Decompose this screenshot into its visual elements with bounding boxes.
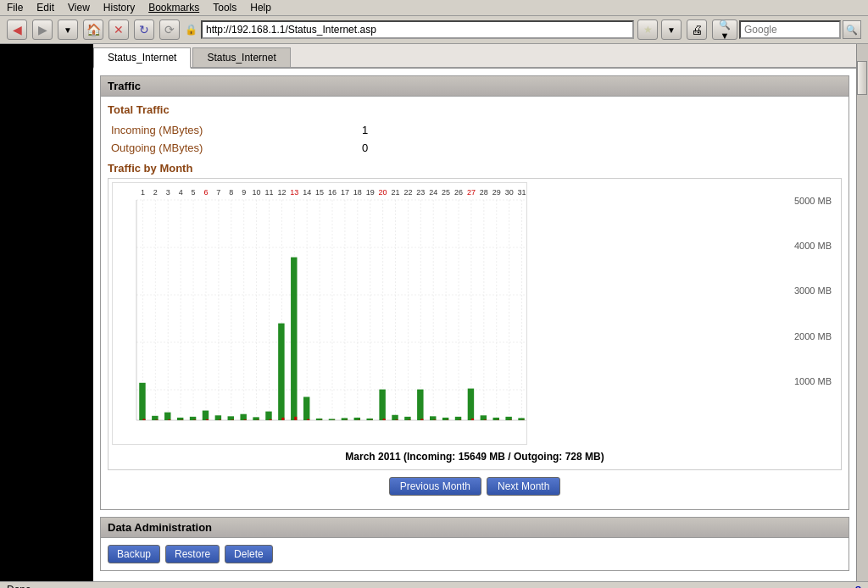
svg-rect-69 [329, 419, 335, 420]
reload-button[interactable]: ⟳ [159, 19, 180, 40]
svg-rect-73 [342, 418, 348, 420]
delete-button[interactable]: Delete [225, 545, 273, 563]
restore-button[interactable]: Restore [165, 545, 220, 563]
status-right: S [855, 585, 861, 588]
svg-text:19: 19 [366, 188, 375, 197]
svg-text:24: 24 [429, 188, 437, 197]
svg-text:25: 25 [442, 188, 450, 197]
button-row: Previous Month Next Month [108, 470, 842, 502]
svg-rect-117 [481, 415, 487, 420]
svg-rect-89 [392, 415, 398, 420]
svg-rect-41 [240, 414, 246, 420]
menu-bookmarks[interactable]: Bookmarks [148, 2, 199, 14]
menu-bar: File Edit View History Bookmarks Tools H… [0, 0, 868, 16]
menu-file[interactable]: File [7, 2, 23, 14]
tab-bar: Status_Internet Status_Internet [93, 44, 856, 69]
menu-tools[interactable]: Tools [213, 2, 236, 14]
data-admin-content: Backup Restore Delete [100, 538, 849, 571]
browser-chrome: File Edit View History Bookmarks Tools H… [0, 0, 868, 44]
svg-text:26: 26 [454, 188, 463, 197]
back-button[interactable]: ◀ [7, 19, 27, 40]
svg-rect-105 [442, 418, 448, 420]
svg-rect-129 [518, 418, 524, 420]
svg-rect-9 [139, 383, 145, 420]
traffic-section: Traffic Total Traffic Incoming (MBytes) … [100, 75, 849, 510]
backup-button[interactable]: Backup [108, 545, 160, 563]
svg-text:18: 18 [353, 188, 362, 197]
svg-rect-98 [420, 419, 423, 420]
svg-text:1: 1 [141, 188, 145, 197]
y-label-2000: 2000 MB [794, 331, 837, 341]
traffic-table: Incoming (MBytes) 1 Outgoing (MBytes) 0 [108, 121, 842, 157]
svg-text:4: 4 [179, 188, 183, 197]
svg-rect-62 [307, 419, 309, 420]
star-dropdown[interactable]: ▼ [661, 19, 682, 40]
svg-text:3: 3 [166, 188, 170, 197]
menu-history[interactable]: History [103, 2, 135, 14]
menu-edit[interactable]: Edit [36, 2, 54, 14]
forward-button[interactable]: ▶ [32, 19, 53, 40]
svg-rect-77 [354, 418, 360, 420]
tab-status-internet-2[interactable]: Status_Internet [192, 47, 290, 67]
search-go-button[interactable]: 🔍 [843, 20, 861, 39]
data-admin-header: Data Administration [100, 517, 849, 538]
stop-button[interactable]: ✕ [108, 19, 129, 40]
bookmark-star[interactable]: ★ [637, 19, 658, 40]
svg-rect-81 [366, 419, 372, 420]
status-bar: Done S [0, 581, 868, 588]
print-button[interactable]: 🖨 [687, 19, 707, 40]
previous-month-button[interactable]: Previous Month [389, 477, 481, 496]
svg-text:8: 8 [229, 188, 233, 197]
svg-rect-93 [404, 417, 410, 420]
svg-rect-53 [278, 324, 284, 420]
svg-text:23: 23 [416, 188, 425, 197]
security-icon: 🔒 [185, 24, 198, 36]
svg-text:10: 10 [253, 188, 261, 197]
incoming-value: 1 [277, 121, 842, 139]
y-label-1000: 1000 MB [794, 376, 837, 386]
svg-rect-21 [177, 418, 183, 420]
svg-rect-90 [396, 419, 398, 420]
svg-rect-54 [281, 418, 284, 420]
svg-rect-50 [269, 419, 271, 420]
traffic-by-month-header: Traffic by Month [108, 157, 842, 178]
svg-text:28: 28 [480, 188, 488, 197]
svg-text:2: 2 [153, 188, 158, 197]
svg-text:12: 12 [277, 188, 286, 197]
menu-view[interactable]: View [68, 2, 90, 14]
data-admin-section: Data Administration Backup Restore Delet… [100, 517, 849, 571]
svg-rect-114 [471, 419, 474, 420]
next-month-button[interactable]: Next Month [487, 477, 560, 496]
svg-text:16: 16 [328, 188, 337, 197]
svg-rect-49 [265, 412, 271, 420]
search-engine-icon[interactable]: 🔍▼ [712, 19, 737, 40]
svg-rect-97 [417, 390, 423, 420]
tab-status-internet-1[interactable]: Status_Internet [93, 47, 191, 69]
scrollbar-track[interactable] [856, 44, 868, 581]
svg-text:17: 17 [341, 188, 349, 197]
svg-rect-37 [228, 416, 234, 420]
toolbar: ◀ ▶ ▼ 🏠 ✕ ↻ ⟳ 🔒 ★ ▼ 🖨 🔍▼ 🔍 [0, 16, 868, 44]
y-label-3000: 3000 MB [794, 286, 837, 296]
svg-rect-33 [215, 415, 221, 420]
dropdown-button[interactable]: ▼ [58, 19, 78, 40]
search-bar: 🔍▼ 🔍 [712, 19, 861, 40]
svg-text:22: 22 [403, 188, 412, 197]
search-input[interactable] [739, 20, 841, 39]
content-area: Status_Internet Status_Internet Traffic … [93, 44, 856, 581]
refresh-button[interactable]: ↻ [134, 19, 154, 40]
outgoing-value: 0 [277, 139, 842, 157]
svg-rect-30 [206, 419, 209, 420]
svg-text:29: 29 [492, 188, 501, 197]
address-input[interactable] [201, 20, 634, 39]
svg-text:30: 30 [505, 188, 514, 197]
menu-help[interactable]: Help [250, 2, 271, 14]
address-bar: 🔒 ★ ▼ [185, 19, 682, 40]
svg-rect-57 [291, 258, 297, 420]
scrollbar-thumb[interactable] [857, 61, 867, 95]
home-button[interactable]: 🏠 [83, 19, 103, 40]
svg-rect-42 [244, 419, 247, 420]
svg-rect-14 [155, 419, 158, 420]
svg-rect-58 [294, 417, 297, 420]
svg-text:5: 5 [192, 188, 196, 197]
